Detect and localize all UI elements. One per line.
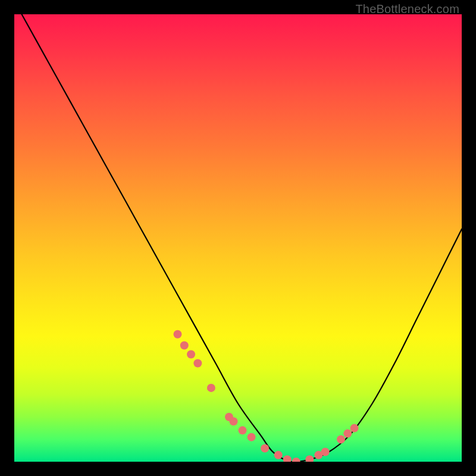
sample-dot [248, 433, 256, 441]
sample-dot [321, 447, 330, 456]
sample-dot [305, 455, 314, 462]
sample-dot [261, 444, 269, 452]
sample-dot [274, 451, 283, 459]
sample-dot [337, 435, 345, 443]
watermark-text: TheBottleneck.com [355, 2, 459, 16]
sample-dot [187, 350, 195, 359]
chart-frame: TheBottleneck.com [0, 0, 476, 476]
bottleneck-curve [14, 14, 462, 462]
sample-dot [343, 430, 352, 438]
chart-svg [14, 14, 462, 462]
sample-dot [350, 424, 359, 433]
sample-dot [283, 455, 292, 462]
sample-dot [239, 426, 247, 434]
sample-dot [292, 458, 300, 462]
sample-dot [193, 359, 202, 368]
sample-dot [173, 330, 181, 339]
sample-dot [229, 417, 237, 425]
sample-dot [180, 341, 189, 349]
sample-dot [207, 384, 215, 392]
plot-area [14, 14, 462, 462]
